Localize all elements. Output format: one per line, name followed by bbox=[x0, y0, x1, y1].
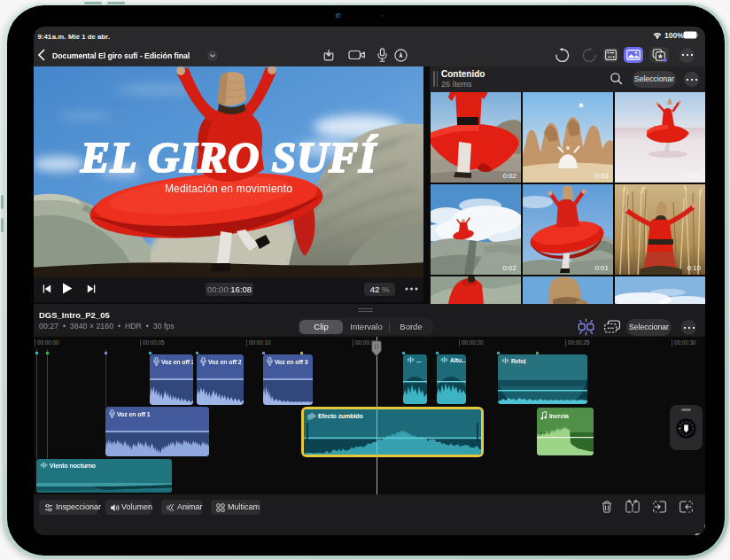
svg-text:0:02: 0:02 bbox=[502, 264, 516, 272]
svg-text:0:02: 0:02 bbox=[687, 172, 701, 180]
svg-text:EL GIRO SUFÍ: EL GIRO SUFÍ bbox=[80, 133, 378, 182]
svg-text:Meditación en movimiento: Meditación en movimiento bbox=[165, 183, 292, 195]
svg-text:0:01: 0:01 bbox=[594, 264, 609, 272]
svg-text:0:03: 0:03 bbox=[594, 172, 609, 180]
svg-text:0:10: 0:10 bbox=[687, 264, 701, 272]
svg-text:0:02: 0:02 bbox=[502, 172, 516, 180]
